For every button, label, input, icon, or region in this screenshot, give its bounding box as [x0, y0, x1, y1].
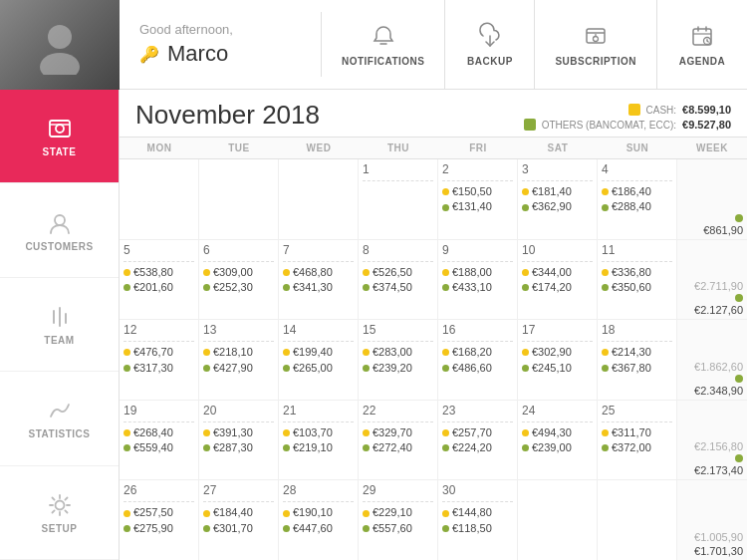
week-top-amount: €2.156,80 — [694, 440, 743, 452]
cal-amount-cash: €391,30 — [203, 425, 274, 440]
other-value: €374,50 — [373, 280, 412, 295]
calendar-legend: CASH: €8.599,10 OTHERS (BANCOMAT, ECC): … — [524, 100, 731, 131]
cal-dashed-line — [602, 180, 672, 181]
other-dot — [442, 365, 449, 372]
other-value: €427,90 — [213, 361, 253, 376]
cal-amount-other: €287,30 — [203, 440, 274, 455]
calendar: November 2018 CASH: €8.599,10 OTHERS (BA… — [120, 90, 747, 560]
cal-week-4: €1.005,90€1.701,30 — [677, 480, 747, 560]
cal-amount-cash: €336,80 — [602, 265, 672, 280]
cal-cell-0-6: 4€186,40€288,40 — [598, 159, 677, 239]
cal-dashed-line — [283, 421, 354, 422]
cash-value: €229,10 — [373, 505, 412, 520]
cal-dashed-line — [124, 501, 194, 502]
cash-value: €311,70 — [612, 425, 651, 440]
svg-point-13 — [594, 37, 599, 42]
cash-value: €391,30 — [213, 425, 253, 440]
cal-amount-cash: €309,00 — [203, 265, 274, 280]
cash-dot — [522, 349, 529, 356]
cal-amount-cash: €257,50 — [124, 505, 194, 520]
cash-value: €144,80 — [452, 505, 492, 520]
sidebar-item-setup[interactable]: SETUP — [0, 466, 119, 560]
cal-date-number: 13 — [203, 323, 274, 337]
other-value: €317,30 — [133, 361, 173, 376]
cal-amount-other: €427,90 — [203, 361, 274, 376]
other-value: €341,30 — [293, 280, 333, 295]
other-dot — [283, 284, 290, 291]
sidebar: STATE CUSTOMERS TEAM STATISTICS SETUP — [0, 0, 120, 560]
other-value: €174,20 — [532, 280, 572, 295]
other-value: €275,90 — [133, 521, 173, 536]
cal-cell-1-0: 5€538,80€201,60 — [120, 240, 199, 320]
calendar-row-3: 19€268,40€559,4020€391,30€287,3021€103,7… — [120, 401, 747, 481]
svg-point-3 — [56, 125, 64, 133]
backup-button[interactable]: BACKUP — [445, 0, 535, 89]
calendar-title: November 2018 — [135, 100, 524, 131]
cal-amount-other: €372,00 — [602, 440, 672, 455]
other-dot — [124, 525, 130, 532]
other-value: €350,60 — [612, 280, 651, 295]
cash-dot — [363, 349, 370, 356]
cal-dashed-line — [124, 341, 194, 342]
other-dot — [602, 365, 609, 372]
cal-dashed-line — [203, 341, 274, 342]
cal-date-number: 25 — [602, 404, 672, 418]
cal-date-number: 7 — [283, 243, 354, 257]
other-value: €219,10 — [293, 440, 333, 455]
cal-amount-cash: €468,80 — [283, 265, 354, 280]
cash-value: €181,40 — [532, 184, 572, 199]
cal-cell-4-4: 30€144,80€118,50 — [438, 480, 518, 560]
cal-amount-other: €272,40 — [363, 440, 433, 455]
other-value: €131,40 — [452, 199, 492, 214]
sidebar-item-team[interactable]: TEAM — [0, 278, 119, 372]
cal-amount-cash: €186,40 — [602, 184, 672, 199]
cal-dashed-line — [203, 261, 274, 262]
agenda-button[interactable]: AGENDA — [657, 0, 747, 89]
cal-cell-4-3: 29€229,10€557,60 — [359, 480, 438, 560]
agenda-label: AGENDA — [679, 56, 725, 67]
sidebar-item-statistics[interactable]: STATISTICS — [0, 372, 119, 465]
cal-dashed-line — [442, 261, 513, 262]
cal-date-number: 17 — [522, 323, 593, 337]
cal-date-number: 10 — [522, 243, 593, 257]
cal-cell-3-3: 22€329,70€272,40 — [359, 401, 438, 480]
other-dot — [363, 525, 370, 532]
cal-amount-cash: €188,00 — [442, 265, 513, 280]
cash-value: €494,30 — [532, 425, 572, 440]
sidebar-item-customers-label: CUSTOMERS — [25, 241, 93, 252]
cal-cell-0-2 — [279, 159, 359, 239]
day-header-sat: SAT — [518, 138, 598, 158]
cash-dot — [363, 429, 370, 436]
week-dot — [735, 454, 743, 462]
notifications-button[interactable]: NOTIFICATIONS — [322, 0, 446, 89]
cal-cell-3-4: 23€257,70€224,20 — [438, 401, 518, 480]
cash-value: €214,30 — [612, 345, 651, 360]
other-dot — [283, 444, 290, 451]
cash-value: €344,00 — [532, 265, 572, 280]
cash-value: €199,40 — [293, 345, 333, 360]
cash-value: €218,10 — [213, 345, 253, 360]
cal-date-number: 14 — [283, 323, 354, 337]
cal-dashed-line — [363, 180, 433, 181]
cash-dot — [203, 510, 210, 517]
legend-cash-row: CASH: €8.599,10 — [628, 104, 732, 116]
sidebar-item-customers[interactable]: CUSTOMERS — [0, 183, 119, 277]
cal-amount-cash: €150,50 — [442, 184, 513, 199]
other-dot — [363, 444, 370, 451]
cal-dashed-line — [124, 421, 194, 422]
sidebar-item-state[interactable]: STATE — [0, 90, 119, 183]
cal-dashed-line — [363, 421, 433, 422]
other-value: €287,30 — [213, 440, 253, 455]
cash-dot — [124, 429, 130, 436]
cal-amount-other: €252,30 — [203, 280, 274, 295]
svg-point-9 — [55, 500, 64, 509]
cash-dot — [203, 429, 210, 436]
day-header-week: WEEK — [677, 138, 747, 158]
day-header-thu: THU — [359, 138, 438, 158]
svg-line-21 — [707, 41, 708, 42]
other-dot — [442, 525, 449, 532]
calendar-row-1: 5€538,80€201,606€309,00€252,307€468,80€3… — [120, 240, 747, 321]
subscription-button[interactable]: SUBSCRIPTION — [535, 0, 657, 89]
cal-amount-cash: €229,10 — [363, 505, 433, 520]
week-total-amount: €861,90 — [703, 224, 743, 236]
